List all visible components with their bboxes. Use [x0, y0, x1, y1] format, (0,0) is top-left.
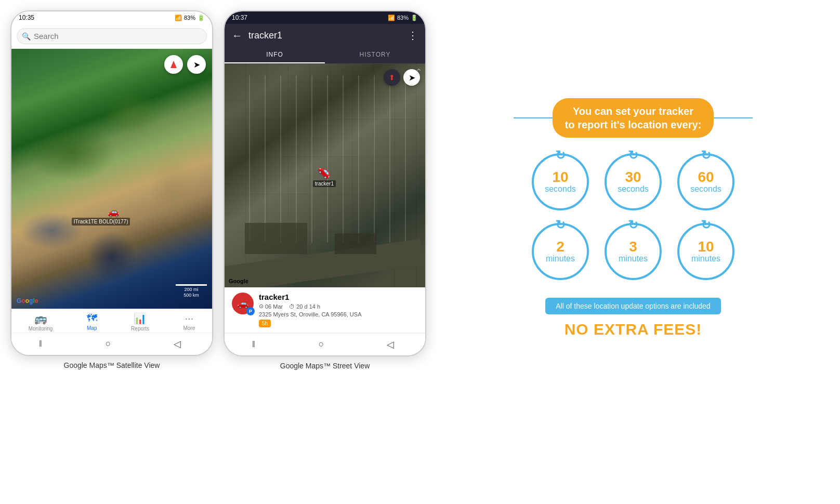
circle-30sec: 30 seconds: [605, 153, 662, 210]
nav-more-label: More: [183, 325, 195, 331]
phone1-system-nav: ⃦ ○ ◁: [11, 333, 212, 355]
circles-row-1: 10 seconds 30 seconds 60 seconds: [514, 153, 753, 210]
location-button[interactable]: ➤: [187, 55, 206, 74]
monitoring-icon: 🚌: [34, 312, 47, 325]
infographic: You can set your tracker to report it's …: [498, 83, 768, 354]
more-menu-button[interactable]: ⋮: [408, 29, 418, 42]
infographic-title-wrap: You can set your tracker to report it's …: [514, 98, 753, 138]
circle-10min-unit: minutes: [691, 254, 720, 263]
map-icon: 🗺: [87, 312, 97, 324]
circle-3min: 3 minutes: [605, 223, 662, 280]
nav-map-label: Map: [87, 325, 97, 331]
circle-3min-number: 3: [629, 240, 637, 254]
phone1-battery-text: 83%: [184, 15, 195, 21]
circle-30sec-number: 30: [625, 170, 641, 184]
tab-history[interactable]: HISTORY: [325, 47, 425, 63]
phone1-map[interactable]: ➤ 🚗 ITrack1TE BOLD(0177) Google 200 mi 5…: [11, 49, 212, 309]
circle-10min-number: 10: [698, 240, 714, 254]
reports-icon: 📊: [134, 312, 147, 325]
included-banner: All of these location update options are…: [545, 298, 720, 314]
circle-60sec-number: 60: [698, 170, 714, 184]
map-scale: 200 mi 500 km: [176, 284, 207, 298]
circle-2min: 2 minutes: [532, 223, 589, 280]
phone2-signal-icon: 📶: [388, 15, 395, 21]
phone2-mockup: 10:37 📶 83% 🔋 ← tracker1 ⋮ INFO HISTORY: [224, 10, 426, 356]
phone1-battery-icon: 🔋: [198, 15, 205, 21]
search-icon: 🔍: [22, 32, 31, 41]
circle-10sec: 10 seconds: [532, 153, 589, 210]
infographic-title: You can set your tracker to report it's …: [553, 98, 714, 138]
phone2-status-bar: 10:37 📶 83% 🔋: [225, 11, 425, 24]
phone1-time: 10:35: [19, 14, 34, 21]
app-tabs: INFO HISTORY: [225, 47, 425, 64]
phone2-battery-text: 83%: [397, 15, 409, 21]
tracker-meta: ⊙ 06 Mar ⏱ 20 d 14 h: [259, 303, 418, 310]
right-panel: You can set your tracker to report it's …: [437, 10, 830, 426]
circle-10min: 10 minutes: [677, 223, 734, 280]
p-badge: P: [246, 307, 255, 315]
google-logo-2: Google: [229, 278, 248, 284]
nav-monitoring-label: Monitoring: [29, 326, 53, 331]
tracker-name: tracker1: [259, 293, 418, 301]
phone1-signal-icon: 📶: [175, 15, 182, 21]
phone2-app-header: ← tracker1 ⋮: [225, 24, 425, 47]
nav-monitoring[interactable]: 🚌 Monitoring: [29, 312, 53, 331]
phone2-system-nav: ⃦ ○ ◁: [225, 333, 425, 355]
phone1-column: 10:35 📶 83% 🔋 🔍 ➤ �: [10, 10, 213, 369]
nav-more[interactable]: ··· More: [183, 312, 195, 331]
phone2-map[interactable]: ⬆ ➤ 🚗 tracker1 Google ⌃: [225, 64, 425, 287]
circle-60sec: 60 seconds: [677, 153, 734, 210]
scale-500km: 500 km: [176, 293, 207, 298]
back-button[interactable]: ←: [232, 30, 242, 42]
map-marker: 🚗: [108, 206, 119, 218]
circle-2min-unit: minutes: [546, 254, 575, 263]
tracker-address: 2325 Myers St, Oroville, CA 95966, USA: [259, 311, 418, 317]
google-logo-1: Google: [17, 297, 38, 304]
map-label: ITrack1TE BOLD(0177): [72, 218, 130, 226]
building-1: [245, 223, 307, 254]
more-icon: ···: [185, 312, 194, 324]
phone1-search-wrap: 🔍: [17, 28, 207, 44]
tracker-avatar: 🚗 P: [232, 293, 254, 314]
timer-icon: ⏱: [289, 303, 295, 310]
tracker-car-label: tracker1: [313, 180, 336, 187]
phone2-column: 10:37 📶 83% 🔋 ← tracker1 ⋮ INFO HISTORY: [224, 10, 426, 370]
phone2-time: 10:37: [232, 14, 247, 21]
sys-recents-btn-2[interactable]: ◁: [387, 339, 394, 350]
tracker-details: tracker1 ⊙ 06 Mar ⏱ 20 d 14 h 2325 Myers…: [259, 293, 418, 327]
title-line1: You can set your tracker: [573, 105, 693, 117]
phone2-status-icons: 📶 83% 🔋: [388, 15, 418, 21]
circle-10sec-unit: seconds: [545, 184, 576, 194]
scroll-indicator: ⌃: [415, 67, 422, 77]
compass-button-2[interactable]: ⬆: [384, 69, 400, 86]
clock-icon: ⊙: [259, 303, 264, 310]
phone1-search-bar[interactable]: 🔍: [11, 24, 212, 49]
tracker-info-panel: 🚗 P tracker1 ⊙ 06 Mar ⏱ 20 d 14 h: [225, 287, 425, 333]
circle-10sec-number: 10: [552, 170, 568, 184]
phone2-screen: 10:37 📶 83% 🔋 ← tracker1 ⋮ INFO HISTORY: [225, 11, 425, 355]
building-2: [335, 233, 376, 254]
sys-home-btn-2[interactable]: ○: [319, 339, 324, 350]
phone1-screen: 10:35 📶 83% 🔋 🔍 ➤ �: [11, 11, 212, 355]
circle-30sec-unit: seconds: [618, 184, 649, 194]
parking-area: [234, 75, 415, 243]
nav-reports[interactable]: 📊 Reports: [131, 312, 149, 331]
phone2-map-controls: ⬆ ➤: [384, 69, 420, 86]
tab-info[interactable]: INFO: [225, 47, 325, 63]
nav-reports-label: Reports: [131, 326, 149, 331]
phone2-battery-icon: 🔋: [411, 15, 418, 21]
circle-3min-unit: minutes: [619, 254, 648, 263]
phone1-bottom-nav: 🚌 Monitoring 🗺 Map 📊 Reports ··· More: [11, 309, 212, 333]
phone2-caption: Google Maps™ Street View: [280, 362, 370, 370]
phone1-map-controls: ➤: [164, 55, 206, 74]
tracker-duration: ⏱ 20 d 14 h: [289, 303, 320, 310]
sys-home-btn[interactable]: ○: [106, 338, 111, 350]
sys-recents-btn[interactable]: ◁: [174, 338, 181, 350]
nav-map[interactable]: 🗺 Map: [87, 312, 97, 331]
circles-row-2: 2 minutes 3 minutes 10 minutes: [514, 223, 753, 280]
phone1-status-bar: 10:35 📶 83% 🔋: [11, 11, 212, 24]
compass-button[interactable]: [164, 55, 183, 74]
phone1-mockup: 10:35 📶 83% 🔋 🔍 ➤ �: [10, 10, 213, 356]
search-input[interactable]: [17, 28, 207, 44]
tracker-date: ⊙ 06 Mar: [259, 303, 283, 310]
